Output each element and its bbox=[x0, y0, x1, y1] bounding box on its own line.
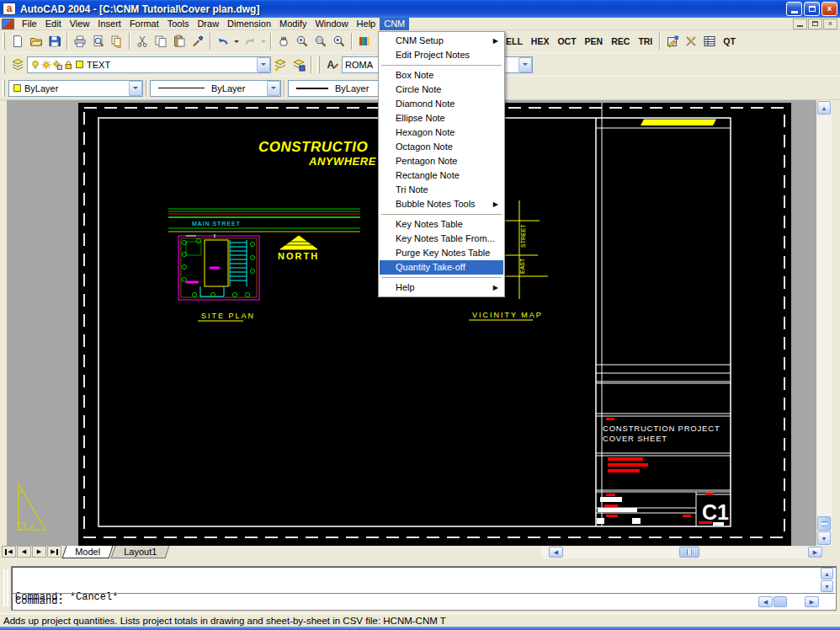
linetype-combo-dropdown-icon[interactable] bbox=[267, 81, 280, 96]
command-hscroll-thumb[interactable] bbox=[774, 596, 787, 607]
menu-item-pentagon-note[interactable]: Pentagon Note bbox=[380, 154, 503, 168]
open-button[interactable] bbox=[27, 32, 45, 51]
layer-combo-dropdown-icon[interactable] bbox=[257, 57, 270, 72]
command-vertical-scrollbar[interactable]: ▲ ▼ bbox=[821, 568, 834, 593]
tab-previous-button[interactable]: ◀ bbox=[17, 546, 31, 558]
key-notes-tools-button[interactable] bbox=[682, 32, 700, 51]
undo-dropdown-icon[interactable] bbox=[232, 32, 241, 51]
paste-button[interactable] bbox=[170, 32, 189, 51]
menu-modify[interactable]: Modify bbox=[275, 18, 311, 30]
menu-item-key-notes-table[interactable]: Key Notes Table bbox=[380, 217, 503, 232]
menu-help[interactable]: Help bbox=[353, 18, 380, 30]
scroll-right-icon[interactable]: ▶ bbox=[808, 547, 822, 558]
tri-note-button[interactable]: TRI bbox=[635, 34, 656, 49]
menu-file[interactable]: File bbox=[18, 18, 41, 30]
menu-item-help[interactable]: Help▶ bbox=[380, 280, 503, 295]
toolbar-grip[interactable] bbox=[3, 33, 5, 50]
menu-draw[interactable]: Draw bbox=[193, 18, 223, 30]
palette-button[interactable] bbox=[355, 32, 374, 51]
cut-button[interactable] bbox=[133, 32, 152, 51]
octagon-note-button[interactable]: OCT bbox=[554, 34, 579, 49]
menu-view[interactable]: View bbox=[66, 18, 94, 30]
menu-dimension[interactable]: Dimension bbox=[223, 18, 275, 30]
vertical-scroll-thumb[interactable] bbox=[817, 516, 831, 531]
key-notes-table-button[interactable] bbox=[700, 32, 719, 51]
command-scroll-up-icon[interactable]: ▲ bbox=[821, 568, 833, 579]
linetype-combo[interactable]: ByLayer bbox=[150, 80, 281, 97]
hexagon-note-button[interactable]: HEX bbox=[528, 34, 553, 49]
redo-button[interactable] bbox=[241, 32, 259, 51]
horizontal-scroll-thumb[interactable] bbox=[679, 547, 699, 558]
mdi-minimize-icon[interactable] bbox=[793, 19, 807, 29]
menu-item-octagon-note[interactable]: Octagon Note bbox=[380, 140, 503, 154]
ellipse-note-button[interactable]: ELL bbox=[502, 34, 526, 49]
text-style-button[interactable]: A bbox=[323, 56, 342, 74]
menu-item-hexagon-note[interactable]: Hexagon Note bbox=[380, 125, 503, 140]
restore-icon[interactable] bbox=[804, 2, 820, 16]
menu-item-diamond-note[interactable]: Diamond Note bbox=[380, 97, 503, 111]
menu-item-bubble-notes-tools[interactable]: Bubble Notes Tools▶ bbox=[380, 197, 503, 211]
menu-edit[interactable]: Edit bbox=[41, 18, 66, 30]
menu-item-ellipse-note[interactable]: Ellipse Note bbox=[380, 111, 503, 125]
print-button[interactable] bbox=[71, 32, 89, 51]
zoom-window-button[interactable] bbox=[311, 32, 330, 51]
menu-item-rectangle-note[interactable]: Rectangle Note bbox=[380, 168, 503, 183]
toolbar-grip[interactable] bbox=[317, 56, 320, 73]
command-prompt[interactable]: Command: bbox=[15, 595, 64, 607]
menu-insert[interactable]: Insert bbox=[93, 18, 125, 30]
scroll-down-icon[interactable]: ▼ bbox=[817, 531, 831, 545]
tab-model[interactable]: Model bbox=[62, 546, 114, 558]
command-scroll-right-icon[interactable]: ▶ bbox=[805, 596, 819, 607]
autocad-app-icon[interactable]: a bbox=[3, 3, 16, 15]
menu-window[interactable]: Window bbox=[311, 18, 352, 30]
menu-item-edit-project-notes[interactable]: Edit Project Notes bbox=[380, 48, 503, 62]
command-text-area[interactable]: Command: *Cancel* Command: *Cancel* Comm… bbox=[11, 566, 837, 611]
menu-item-cnm-setup[interactable]: CNM Setup▶ bbox=[380, 34, 503, 48]
edit-notes-button[interactable] bbox=[663, 32, 682, 51]
zoom-realtime-button[interactable] bbox=[293, 32, 311, 51]
command-horizontal-scrollbar[interactable]: ◀ ▶ bbox=[758, 596, 819, 608]
menu-item-key-notes-table-from[interactable]: Key Notes Table From... bbox=[380, 232, 503, 246]
layer-states-button[interactable] bbox=[290, 56, 308, 74]
tab-next-button[interactable]: ▶ bbox=[32, 546, 46, 558]
menu-item-circle-note[interactable]: Circle Note bbox=[380, 83, 503, 97]
copy-button[interactable] bbox=[152, 32, 170, 51]
toolbar-grip[interactable] bbox=[3, 56, 5, 73]
close-icon[interactable]: × bbox=[821, 2, 837, 16]
new-button[interactable] bbox=[8, 32, 27, 51]
layer-properties-button[interactable] bbox=[8, 56, 27, 74]
horizontal-scrollbar[interactable]: ◀ ▶ bbox=[541, 547, 823, 558]
match-properties-button[interactable] bbox=[189, 32, 207, 51]
undo-button[interactable] bbox=[214, 32, 232, 51]
menu-format[interactable]: Format bbox=[125, 18, 163, 30]
command-window-grip[interactable] bbox=[3, 569, 9, 606]
mdi-close-icon[interactable]: × bbox=[823, 19, 837, 29]
pan-button[interactable] bbox=[274, 32, 293, 51]
publish-button[interactable] bbox=[108, 32, 126, 51]
menu-item-purge-key-notes-table[interactable]: Purge Key Notes Table bbox=[380, 246, 503, 260]
menu-tools[interactable]: Tools bbox=[163, 18, 194, 30]
mdi-restore-icon[interactable] bbox=[808, 19, 822, 29]
redo-dropdown-icon[interactable] bbox=[259, 32, 268, 51]
vertical-scrollbar[interactable]: ▲ ▼ bbox=[816, 100, 832, 546]
quantity-takeoff-button[interactable]: QT bbox=[720, 34, 739, 49]
menu-cnm[interactable]: CNM bbox=[380, 18, 409, 30]
pentagon-note-button[interactable]: PEN bbox=[582, 34, 607, 49]
color-combo-dropdown-icon[interactable] bbox=[129, 81, 142, 96]
save-button[interactable] bbox=[45, 32, 64, 51]
color-combo[interactable]: ByLayer bbox=[8, 80, 143, 97]
command-scroll-left-icon[interactable]: ◀ bbox=[758, 596, 773, 607]
scroll-left-icon[interactable]: ◀ bbox=[549, 547, 563, 558]
minimize-icon[interactable] bbox=[786, 2, 802, 16]
print-preview-button[interactable] bbox=[89, 32, 108, 51]
rectangle-note-button[interactable]: REC bbox=[608, 34, 633, 49]
tab-first-button[interactable]: ◀ bbox=[2, 546, 16, 558]
drawing-file-icon[interactable] bbox=[2, 19, 14, 29]
tab-last-button[interactable]: ▶ bbox=[47, 546, 61, 558]
command-history[interactable]: Command: *Cancel* Command: *Cancel* bbox=[13, 568, 820, 592]
layer-previous-button[interactable] bbox=[271, 56, 290, 74]
tab-layout1[interactable]: Layout1 bbox=[111, 546, 170, 558]
menu-item-box-note[interactable]: Box Note bbox=[380, 68, 503, 83]
command-scroll-down-icon[interactable]: ▼ bbox=[821, 580, 833, 592]
text-style-combo-dropdown-icon[interactable] bbox=[518, 57, 532, 72]
